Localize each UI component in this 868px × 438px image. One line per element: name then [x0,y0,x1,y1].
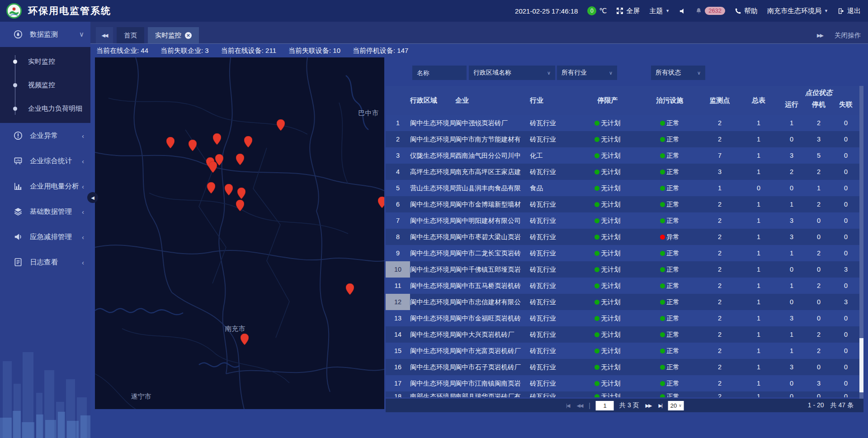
map-pin-icon[interactable] [236,154,244,165]
pollution-facility-cell: 正常 [639,180,700,196]
region-cell: 南部生态环境局 [410,391,455,397]
table-row[interactable]: 4高坪生态环境局南充市高坪区王家店建砖瓦行业无计划正常31220 [386,164,859,180]
prev-page-button[interactable]: ◀◀ [576,403,583,409]
tabs-scroll-left-button[interactable]: ◀◀ [96,27,113,43]
status-select[interactable]: 所有状态 ∨ [651,66,705,80]
first-page-button[interactable]: |◀ [565,403,570,409]
sidebar-item-3[interactable]: 企业用电量分析‹ [0,174,90,199]
company-cell: 西南油气田分公司川中 [455,147,530,164]
tab-1[interactable]: 实时监控✕ [148,27,199,43]
sound-button[interactable] [679,8,686,14]
total-meters-cell: 1 [739,391,778,397]
logout-button[interactable]: 退出 [838,7,861,15]
table-scrollbar[interactable] [859,86,863,399]
table-row[interactable]: 3仪陇生态环境局西南油气田分公司川中化工无计划正常71350 [386,147,859,164]
sidebar-subitem[interactable]: 企业电力负荷明细 [0,97,90,120]
map-pin-icon[interactable] [189,140,197,151]
company-cell: 阆中市光富页岩机砖厂 [455,343,530,359]
table-row[interactable]: 18南部生态环境局南部县瑞华页岩砖厂有砖瓦行业无计划正常21000 [386,391,859,397]
region-select-value: 行政区域名称 [473,69,511,77]
status-dot-green [594,235,599,240]
page-size-select[interactable]: 20 ∨ [668,401,684,410]
map-pin-icon[interactable] [378,197,384,208]
next-page-button[interactable]: ▶▶ [645,403,652,409]
tabs-scroll-right-button[interactable]: ▶▶ [817,33,823,38]
close-operations-button[interactable]: 关闭操作 [835,31,861,40]
table-row[interactable]: 1阆中生态环境局阆中强锐页岩砖厂砖瓦行业无计划正常21120 [386,115,859,131]
map-canvas[interactable]: 巴中市南充市遂宁市 [95,57,384,409]
sidebar-item-5[interactable]: 应急减排管理‹ [0,224,90,250]
column-header-index [386,86,410,115]
sidebar-item-2[interactable]: 企业综合统计‹ [0,148,90,174]
table-row[interactable]: 14阆中生态环境局阆中大兴页岩机砖厂砖瓦行业无计划正常21120 [386,326,859,343]
stop-limit-cell: 无计划 [576,245,639,261]
status-dot-green [660,137,665,142]
industry-cell: 砖瓦行业 [530,196,576,212]
map-pin-icon[interactable] [346,283,354,295]
notifications-button[interactable]: 2632 [695,7,725,15]
table-row[interactable]: 16阆中生态环境局阆中市石子页岩机砖厂砖瓦行业无计划正常21300 [386,359,859,375]
status-dot-green [660,365,665,370]
industry-cell: 砖瓦行业 [530,391,576,397]
sidebar-subitem[interactable]: 实时监控 [0,50,90,73]
table-row[interactable]: 13阆中生态环境局阆中市金福旺页岩机砖砖瓦行业无计划正常21300 [386,310,859,326]
temperature-unit: ℃ [599,7,607,15]
theme-dropdown[interactable]: 主题 ▼ [649,7,670,15]
fullscreen-button[interactable]: 全屏 [616,7,640,15]
scrollbar-thumb[interactable] [859,338,863,392]
stop-limit-cell: 无计划 [576,310,639,326]
sidebar-collapse-toggle[interactable]: ◀ [87,192,98,203]
sidebar-subitem[interactable]: 视频监控 [0,73,90,97]
table-row[interactable]: 17阆中生态环境局阆中市江南镇阆南页岩砖瓦行业无计划正常21030 [386,375,859,391]
map-pin-icon[interactable] [236,200,244,212]
page-number-input[interactable] [596,401,614,410]
industry-select[interactable]: 所有行业 ∨ [557,66,617,80]
map-pin-icon[interactable] [166,137,175,149]
sidebar-item-4[interactable]: 基础数据管理‹ [0,199,90,224]
table-row[interactable]: 7阆中生态环境局阆中明阳建材有限公司砖瓦行业无计划正常21300 [386,212,859,229]
sidebar-item-1[interactable]: 企业异常‹ [0,123,90,148]
help-button[interactable]: 帮助 [735,7,758,15]
row-index-cell: 4 [386,164,410,180]
table-row[interactable]: 9阆中生态环境局阆中市二龙长宝页岩砖砖瓦行业无计划正常21120 [386,245,859,261]
region-cell: 阆中生态环境局 [410,196,455,212]
org-dropdown[interactable]: 南充市生态环境局 ▼ [767,7,828,15]
tab-0[interactable]: 首页 [117,27,144,43]
region-select[interactable]: 行政区域名称 ∨ [469,66,555,80]
sub-column-header: 停机 [805,99,832,115]
last-page-button[interactable]: ▶| [658,403,663,409]
table-row[interactable]: 10阆中生态环境局阆中千佛镇五郎垭页岩砖瓦行业无计划正常21003 [386,261,859,278]
table-row[interactable]: 8阆中生态环境局阆中市枣碧大梁山页岩砖瓦行业无计划异常21300 [386,229,859,245]
total-meters-cell: 1 [739,212,778,229]
monitor-points-cell: 2 [700,196,739,212]
map-pin-icon[interactable] [237,188,245,199]
table-row[interactable]: 11阆中生态环境局阆中市五马桥页岩机砖砖瓦行业无计划正常21120 [386,278,859,294]
layers-icon [14,207,23,216]
map-pin-icon[interactable] [277,119,285,131]
map-pin-icon[interactable] [207,182,215,194]
map-pin-icon[interactable] [241,334,249,345]
map-pin-icon[interactable] [225,184,233,196]
table-row[interactable]: 12阆中生态环境局阆中市忠信建材有限公砖瓦行业无计划正常21003 [386,294,859,310]
map-pin-icon[interactable] [244,136,252,148]
table-row[interactable]: 6阆中生态环境局阆中市金博瑞新型墙材砖瓦行业无计划正常21120 [386,196,859,212]
total-meters-cell: 1 [739,261,778,278]
name-search-input[interactable] [412,66,467,80]
stopped-count-cell: 2 [805,245,832,261]
status-dot-green [660,153,665,158]
monitor-points-cell: 2 [700,310,739,326]
map-pin-icon[interactable] [213,133,221,145]
tabbar-right: ▶▶ 关闭操作 [817,31,868,43]
lost-count-cell: 0 [832,131,859,147]
sidebar-item-0[interactable]: 数据监测∨ [0,22,90,47]
pollution-facility-cell: 正常 [639,212,700,229]
sidebar-item-6[interactable]: 日志查看‹ [0,250,90,275]
monitor-points-cell: 2 [700,294,739,310]
map-pin-icon[interactable] [209,161,217,173]
table-row[interactable]: 15阆中生态环境局阆中市光富页岩机砖厂砖瓦行业无计划正常21120 [386,343,859,359]
region-cell: 阆中生态环境局 [410,229,455,245]
gauge-icon [14,30,23,39]
tab-close-icon[interactable]: ✕ [185,32,192,39]
table-row[interactable]: 2阆中生态环境局阆中市南方节能建材有砖瓦行业无计划正常21030 [386,131,859,147]
table-row[interactable]: 5营山生态环境局营山县润丰肉食品有限食品无计划正常10010 [386,180,859,196]
